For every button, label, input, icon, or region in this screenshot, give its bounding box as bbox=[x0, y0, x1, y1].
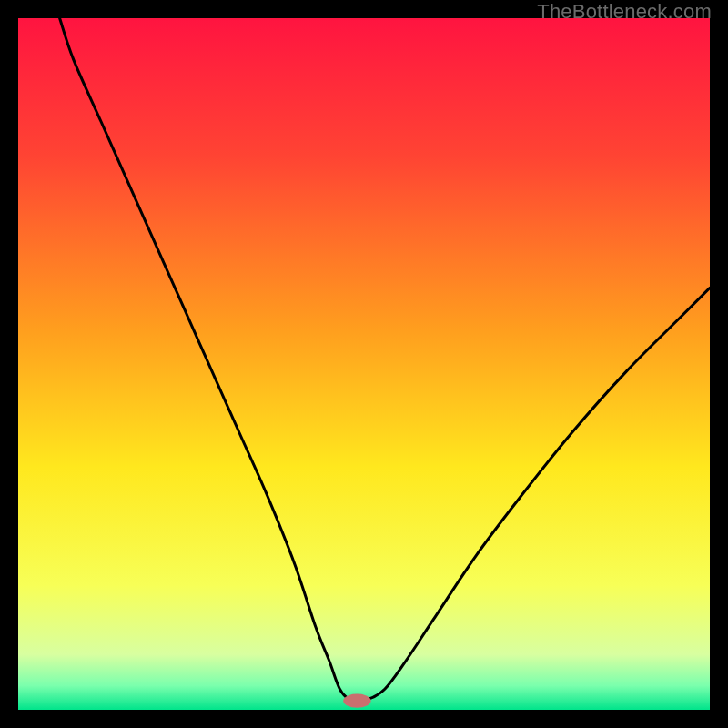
chart-svg bbox=[18, 18, 710, 710]
gradient-background bbox=[18, 18, 710, 710]
minimum-marker bbox=[343, 694, 370, 708]
watermark-text: TheBottleneck.com bbox=[537, 0, 712, 24]
chart-frame bbox=[18, 18, 710, 710]
